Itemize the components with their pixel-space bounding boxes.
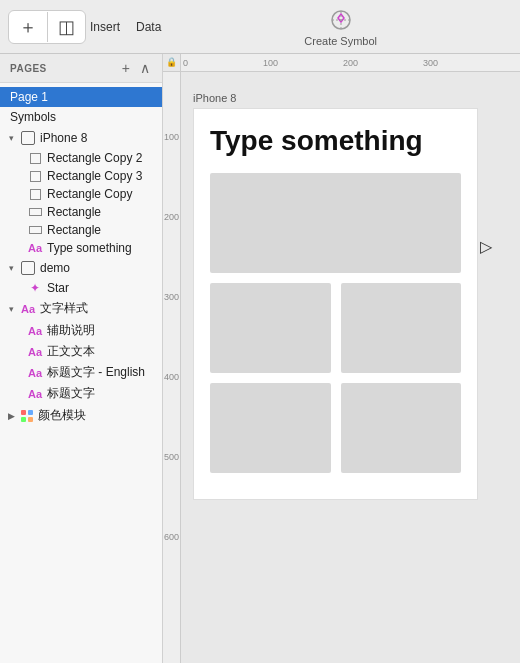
text-styles-section: ▾ Aa 文字样式 Aa 辅助说明 Aa 正文文本 [0, 297, 162, 404]
plus-icon: ＋ [19, 15, 37, 39]
text-styles-aa-icon: Aa [21, 303, 35, 315]
toolbar-left: ＋ ◫ Insert Data [8, 10, 161, 44]
layer-rect2[interactable]: Rectangle [0, 221, 162, 239]
ruler-tick-100: 100 [263, 58, 278, 68]
img-placeholder-half-1 [210, 283, 331, 373]
ruler-row: 🔒 0 100 200 300 [163, 54, 520, 72]
img-placeholder-half-3 [210, 383, 331, 473]
layer-rect-copy-3[interactable]: Rectangle Copy 3 [0, 167, 162, 185]
insert-label: Insert [90, 20, 120, 34]
insert-data-group: Insert Data [90, 20, 161, 34]
ruler-corner: 🔒 [163, 54, 181, 72]
sidebar-content: Page 1 Symbols ▾ iPhone 8 [0, 83, 162, 663]
toolbar: ＋ ◫ Insert Data Create Symbol [0, 0, 520, 54]
color-module-chevron: ▶ [6, 411, 16, 421]
layer-rect1[interactable]: Rectangle [0, 203, 162, 221]
text-styles-label: 文字样式 [40, 300, 88, 317]
btwy-icon: Aa [28, 367, 42, 379]
artboard: Type something [193, 108, 478, 500]
small-rect-icon2 [30, 171, 41, 182]
text-styles-icon: Aa [20, 301, 36, 317]
type-icon: Aa [28, 242, 42, 254]
ruler-vtick-200: 200 [164, 212, 179, 222]
small-rect-icon3 [30, 189, 41, 200]
sidebar-item-page1[interactable]: Page 1 [0, 87, 162, 107]
small-rect-wide-icon [29, 208, 42, 216]
color-module-label: 颜色模块 [38, 407, 86, 424]
layer-rect-copy-2[interactable]: Rectangle Copy 2 [0, 149, 162, 167]
aa-icon-btwz: Aa [28, 388, 42, 400]
demo-header[interactable]: ▾ demo [0, 257, 162, 279]
star-icon-wrapper: ✦ [28, 281, 42, 295]
collapse-icon[interactable]: ∧ [138, 60, 152, 76]
img-row-1 [210, 283, 461, 373]
btwz-icon: Aa [28, 388, 42, 400]
img-placeholder-half-2 [341, 283, 462, 373]
add-page-icon[interactable]: + [120, 60, 132, 76]
svg-rect-4 [28, 417, 33, 422]
canvas-body: 100 200 300 400 500 600 iPhone 8 Type so… [163, 72, 520, 663]
sidebar-item-symbols[interactable]: Symbols [0, 107, 162, 127]
rect-icon-copy3 [28, 171, 42, 182]
ruler-tick-200: 200 [343, 58, 358, 68]
demo-chevron: ▾ [6, 263, 16, 273]
create-symbol-label: Create Symbol [304, 35, 377, 47]
ruler-tick-300: 300 [423, 58, 438, 68]
img-row-2 [210, 383, 461, 473]
color-module-icon [20, 409, 34, 423]
pages-label: PAGES [10, 63, 47, 74]
layer-fzss[interactable]: Aa 辅助说明 [0, 320, 162, 341]
create-symbol-button[interactable]: Create Symbol [304, 6, 377, 47]
svg-rect-3 [21, 417, 26, 422]
lock-icon: 🔒 [163, 54, 180, 70]
svg-rect-2 [28, 410, 33, 415]
layer-star[interactable]: ✦ Star [0, 279, 162, 297]
layer-rect-copy[interactable]: Rectangle Copy [0, 185, 162, 203]
artboard-label: iPhone 8 [193, 92, 478, 104]
toolbar-center: Create Symbol [169, 6, 512, 47]
img-placeholder-full [210, 173, 461, 273]
iphone8-section: ▾ iPhone 8 Rectangle Copy 2 [0, 127, 162, 257]
aa-icon-btwy: Aa [28, 367, 42, 379]
create-symbol-icon [323, 6, 359, 34]
iphone8-label: iPhone 8 [40, 131, 87, 145]
ruler-vtick-100: 100 [164, 132, 179, 142]
vertical-ruler: 100 200 300 400 500 600 [163, 72, 181, 663]
iphone8-header[interactable]: ▾ iPhone 8 [0, 127, 162, 149]
rect-icon-copy [28, 189, 42, 200]
layers-button[interactable]: ◫ [47, 12, 85, 42]
color-module-header[interactable]: ▶ 颜色模块 [0, 404, 162, 427]
text-styles-header[interactable]: ▾ Aa 文字样式 [0, 297, 162, 320]
artboard-container: iPhone 8 Type something [193, 92, 478, 500]
star-icon: ✦ [30, 281, 40, 295]
img-placeholder-half-4 [341, 383, 462, 473]
canvas-area[interactable]: iPhone 8 Type something [181, 72, 520, 663]
cursor-indicator: ▷ [480, 237, 492, 256]
demo-label: demo [40, 261, 70, 275]
layer-btwz[interactable]: Aa 标题文字 [0, 383, 162, 404]
aa-icon-zwwb: Aa [28, 346, 42, 358]
page1-label: Page 1 [10, 90, 48, 104]
color-module-section: ▶ 颜色模块 [0, 404, 162, 427]
rect-icon2 [28, 226, 42, 234]
aa-icon-fzss: Aa [28, 325, 42, 337]
canvas-wrapper: 🔒 0 100 200 300 100 200 300 400 500 600 [163, 54, 520, 663]
layer-type-something[interactable]: Aa Type something [0, 239, 162, 257]
fzss-icon: Aa [28, 325, 42, 337]
layer-btwy[interactable]: Aa 标题文字 - English [0, 362, 162, 383]
insert-btn-group: ＋ ◫ [8, 10, 86, 44]
add-button[interactable]: ＋ [9, 11, 47, 43]
zwwb-icon: Aa [28, 346, 42, 358]
sidebar: PAGES + ∧ Page 1 Symbols ▾ iP [0, 54, 163, 663]
ruler-vtick-500: 500 [164, 452, 179, 462]
phone-icon [21, 131, 35, 145]
rect-icon-copy2 [28, 153, 42, 164]
small-rect-wide-icon2 [29, 226, 42, 234]
layer-zwwb[interactable]: Aa 正文文本 [0, 341, 162, 362]
text-styles-chevron: ▾ [6, 304, 16, 314]
iphone8-icon [20, 130, 36, 146]
aa-icon: Aa [28, 242, 42, 254]
small-rect-icon [30, 153, 41, 164]
horizontal-ruler: 0 100 200 300 [181, 54, 520, 72]
sidebar-header: PAGES + ∧ [0, 54, 162, 83]
